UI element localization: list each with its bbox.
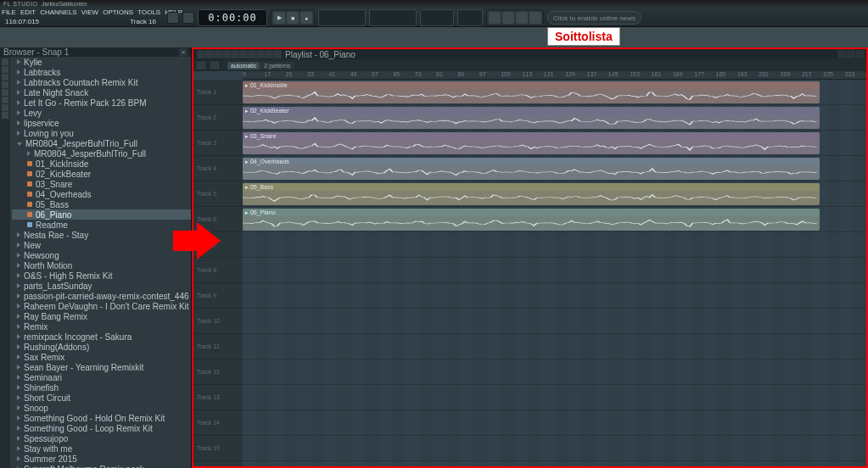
browser-item[interactable]: Late Night Snack [12, 87, 191, 98]
track-label[interactable]: Track 10 [193, 309, 243, 334]
track-row[interactable]: ▸ 04_Overheads [243, 156, 866, 181]
view-playlist-button[interactable] [489, 12, 501, 24]
track-row[interactable] [243, 334, 866, 359]
track-row[interactable] [243, 258, 866, 283]
browser-item[interactable]: Labtracks [12, 67, 191, 77]
browser-item[interactable]: New [12, 240, 191, 250]
menu-file[interactable]: FILE [2, 8, 16, 16]
track-label[interactable]: Track 5 [193, 181, 243, 207]
menu-tools[interactable]: TOOLS [137, 8, 160, 16]
track-row[interactable] [243, 232, 866, 258]
pl-tool-button[interactable] [231, 50, 239, 58]
browser-category-strip[interactable] [0, 57, 10, 468]
pl-tool-button[interactable] [248, 50, 256, 58]
pl-tool-button[interactable] [197, 50, 205, 58]
audio-clip[interactable]: ▸ 04_Overheads [243, 158, 820, 180]
tab-automatic[interactable]: automatic [227, 62, 260, 70]
track-label[interactable]: Track 14 [193, 410, 243, 436]
playlist-time-ruler[interactable]: 9172533414957657381899710511312112913714… [243, 71, 866, 80]
menu-view[interactable]: VIEW [81, 8, 98, 16]
audio-clip[interactable]: ▸ 02_KickBeater [243, 107, 820, 129]
menu-edit[interactable]: EDIT [20, 8, 36, 16]
maximize-button[interactable] [847, 50, 855, 58]
browser-item[interactable]: 04_Overheads [12, 189, 191, 199]
pl-tool-button[interactable] [265, 50, 273, 58]
browser-item[interactable]: Sax Remix [12, 352, 191, 362]
track-label[interactable]: Track 3 [193, 131, 243, 156]
browser-item[interactable]: Labtracks Countach Remix Kit [12, 77, 191, 87]
browser-tree[interactable]: KylieLabtracksLabtracks Countach Remix K… [0, 57, 191, 468]
close-button[interactable] [856, 50, 865, 58]
track-label[interactable]: Track 4 [193, 156, 243, 181]
track-row[interactable] [243, 309, 866, 334]
record-button[interactable]: ● [300, 12, 312, 24]
browser-item[interactable]: Short Circuit [12, 393, 191, 403]
track-label[interactable]: Track 11 [193, 334, 243, 359]
browser-item[interactable]: Loving in you [12, 128, 191, 138]
browser-item[interactable]: North Motion [12, 260, 191, 270]
browser-item[interactable]: 03_Snare [12, 179, 191, 189]
minimize-button[interactable] [837, 50, 846, 58]
browser-item[interactable]: Sean Bayer - Yearning Remixkit [12, 362, 191, 372]
snap-pane[interactable] [420, 9, 454, 26]
view-piano-roll-button[interactable] [502, 12, 514, 24]
play-button[interactable]: ▶ [273, 12, 285, 24]
pl-tool-button[interactable] [256, 50, 265, 58]
menu-channels[interactable]: CHANNELS [40, 8, 77, 16]
track-row[interactable] [243, 283, 866, 309]
browser-item[interactable]: 02_KickBeater [12, 169, 191, 179]
track-row[interactable] [243, 385, 866, 410]
browser-item[interactable]: Let It Go - Remix Pack 126 BPM [12, 98, 191, 108]
track-row[interactable] [243, 410, 866, 436]
browser-item[interactable]: Nesta Rae - Stay [12, 230, 191, 240]
track-label[interactable]: Track 9 [193, 283, 243, 309]
browser-item[interactable]: Rushing(Addons) [12, 342, 191, 352]
browser-item[interactable]: 01_KickInside [12, 159, 191, 169]
view-mixer-button[interactable] [516, 12, 528, 24]
browser-item[interactable]: Something Good - Hold On Remix Kit [12, 413, 191, 423]
pl-tool-button[interactable] [273, 50, 282, 58]
audio-clip[interactable]: ▸ 01_KickInside [243, 81, 820, 103]
track-row[interactable]: ▸ 05_Bass [243, 181, 866, 207]
track-label[interactable]: Track 15 [193, 436, 243, 461]
browser-item[interactable]: Kylie [12, 57, 191, 67]
browser-item[interactable]: Syncroft Melbourne Remix pack [12, 464, 191, 468]
browser-item[interactable]: parts_LastSunday [12, 281, 191, 291]
browser-item[interactable]: remixpack Incognet - Sakura [12, 332, 191, 342]
track-label[interactable]: Track 12 [193, 359, 243, 385]
track-row[interactable] [243, 359, 866, 385]
track-area[interactable]: ▸ 01_KickInside▸ 02_KickBeater▸ 03_Snare… [243, 80, 866, 466]
pl-menu-button[interactable] [195, 60, 207, 70]
pl-tool-button[interactable] [222, 50, 231, 58]
track-label[interactable]: Track 1 [193, 80, 243, 105]
track-row[interactable]: ▸ 02_KickBeater [243, 105, 866, 131]
track-row[interactable]: ▸ 01_KickInside [243, 80, 866, 105]
pl-tool-button[interactable] [205, 50, 214, 58]
browser-item[interactable]: Raheem DeVaughn - I Don't Care Remix Kit [12, 301, 191, 311]
browser-item[interactable]: Levy [12, 108, 191, 118]
time-display[interactable]: 0:00:00 [198, 9, 267, 26]
pl-tool-button[interactable] [239, 50, 248, 58]
browser-item[interactable]: Snoop [12, 403, 191, 413]
browser-item[interactable]: 05_Bass [12, 199, 191, 209]
browser-item[interactable]: 06_Piano [12, 209, 191, 220]
track-label[interactable]: Track 8 [193, 258, 243, 283]
stop-button[interactable]: ■ [287, 12, 299, 24]
browser-item[interactable]: Something Good - Loop Remix Kit [12, 423, 191, 433]
audio-clip[interactable]: ▸ 03_Snare [243, 132, 820, 154]
track-label[interactable]: Track 13 [193, 385, 243, 410]
news-hint[interactable]: Click to enable online news [547, 11, 641, 25]
browser-item[interactable]: O&S - High 5 Remix Kit [12, 270, 191, 281]
browser-item[interactable]: Remix [12, 321, 191, 332]
browser-item[interactable]: MR0804_JesperBuhlTrio_Full [12, 148, 191, 159]
browser-item[interactable]: Readme [12, 220, 191, 230]
toolbar-btn[interactable] [182, 12, 194, 24]
view-browser-button[interactable] [529, 12, 541, 24]
pl-tool-button[interactable] [214, 50, 222, 58]
browser-item[interactable]: passion-pit-carried-away-remix-contest_4… [12, 291, 191, 301]
playlist-titlebar[interactable]: Playlist - 06_Piano [193, 49, 866, 59]
browser-item[interactable]: Spessujopo [12, 433, 191, 443]
tempo-pane[interactable] [318, 9, 366, 26]
pl-snap-button[interactable] [209, 60, 221, 70]
toolbar-btn[interactable] [167, 12, 179, 24]
